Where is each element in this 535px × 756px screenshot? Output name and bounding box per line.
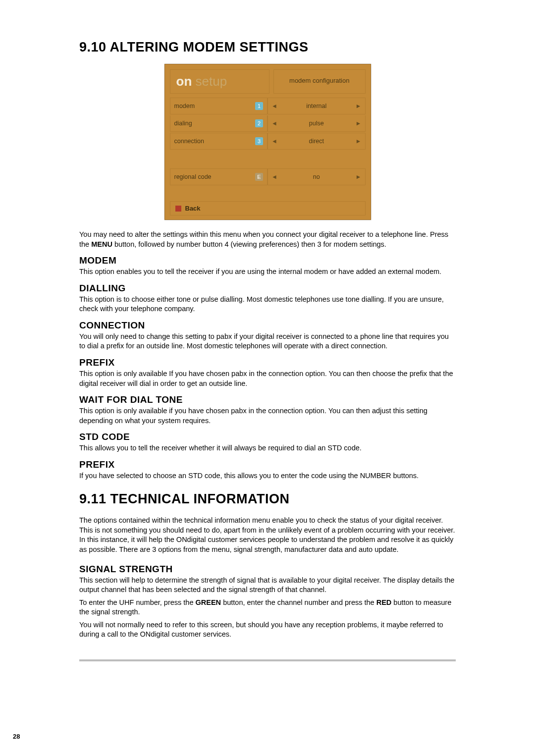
bottom-rule (79, 659, 456, 661)
setup-back-label: Back (185, 205, 201, 212)
intro-post: button, followed by number button 4 (vie… (112, 240, 386, 248)
setup-right-value: no (313, 173, 320, 180)
setup-footer: Back (170, 201, 366, 216)
intro-bold: MENU (91, 240, 112, 248)
setup-logo: on setup (170, 69, 270, 94)
setup-left-row: dialing 2 (170, 115, 268, 132)
setup-right-value: pulse (309, 120, 324, 127)
setup-num-E: E (255, 173, 263, 181)
p2-mid: button, enter the channel number and pre… (221, 598, 376, 606)
arrow-right-icon: ► (355, 120, 362, 127)
sub-prefix2-title: PREFIX (79, 459, 456, 470)
sub-signal-p1: This section will help to determine the … (79, 576, 456, 595)
page-number: 28 (13, 733, 20, 740)
p2-b2: RED (376, 598, 392, 606)
sub-signal-p2: To enter the UHF number, press the GREEN… (79, 598, 456, 617)
setup-right-row: ◄ no ► (268, 168, 366, 185)
intro-text-910: You may need to alter the settings withi… (79, 230, 456, 249)
setup-left-label: dialing (174, 120, 192, 127)
sub-waitdial-text: This option is only available if you hav… (79, 406, 456, 426)
intro-text-911: The options contained within the technic… (79, 516, 456, 554)
sub-dialling-text: This option is to choose either tone or … (79, 295, 456, 314)
setup-right-row: ◄ direct ► (268, 133, 366, 150)
logo-setup: setup (192, 74, 227, 89)
setup-panel-title: modem configuration (273, 69, 366, 94)
setup-right-row: ◄ internal ► (268, 98, 366, 114)
setup-left-row: connection 3 (170, 133, 268, 150)
setup-right-value: internal (306, 103, 326, 109)
setup-screenshot: on setup modem configuration modem 1 dia… (164, 64, 371, 220)
setup-right-row: ◄ pulse ► (268, 115, 366, 132)
arrow-right-icon: ► (355, 138, 362, 145)
sub-connection-title: CONNECTION (79, 320, 456, 331)
setup-left-row: regional code E (170, 168, 268, 185)
logo-on: on (176, 74, 192, 89)
sub-prefix2-text: If you have selected to choose an STD co… (79, 471, 456, 481)
setup-num-3: 3 (255, 137, 263, 145)
section-title-911: 9.11 TECHNICAL INFORMATION (79, 491, 456, 507)
red-square-icon (175, 206, 181, 212)
setup-left-label: regional code (174, 173, 212, 180)
arrow-left-icon: ◄ (271, 120, 278, 127)
sub-stdcode-title: STD CODE (79, 432, 456, 442)
setup-left-row: modem 1 (170, 98, 268, 114)
setup-left-label: modem (174, 103, 195, 109)
sub-modem-title: MODEM (79, 255, 456, 266)
sub-signal-title: SIGNAL STRENGTH (79, 564, 456, 575)
setup-num-2: 2 (255, 119, 263, 127)
sub-waitdial-title: WAIT FOR DIAL TONE (79, 394, 456, 405)
setup-num-1: 1 (255, 102, 263, 110)
section-title-910: 9.10 ALTERING MODEM SETTINGS (79, 40, 456, 55)
arrow-left-icon: ◄ (271, 103, 278, 109)
arrow-right-icon: ► (355, 173, 362, 180)
sub-connection-text: You will only need to change this settin… (79, 332, 456, 351)
sub-dialling-title: DIALLING (79, 283, 456, 294)
p2-pre: To enter the UHF number, press the (79, 598, 196, 606)
sub-signal-p3: You will not normally need to refer to t… (79, 620, 456, 640)
setup-left-label: connection (174, 138, 204, 145)
sub-stdcode-text: This allows you to tell the receiver whe… (79, 443, 456, 453)
arrow-left-icon: ◄ (271, 173, 278, 180)
sub-prefix1-text: This option is only available If you hav… (79, 369, 456, 388)
p2-b1: GREEN (196, 598, 221, 606)
sub-prefix1-title: PREFIX (79, 357, 456, 368)
sub-modem-text: This option enables you to tell the rece… (79, 267, 456, 277)
arrow-right-icon: ► (355, 103, 362, 109)
arrow-left-icon: ◄ (271, 138, 278, 145)
setup-right-value: direct (309, 138, 324, 145)
